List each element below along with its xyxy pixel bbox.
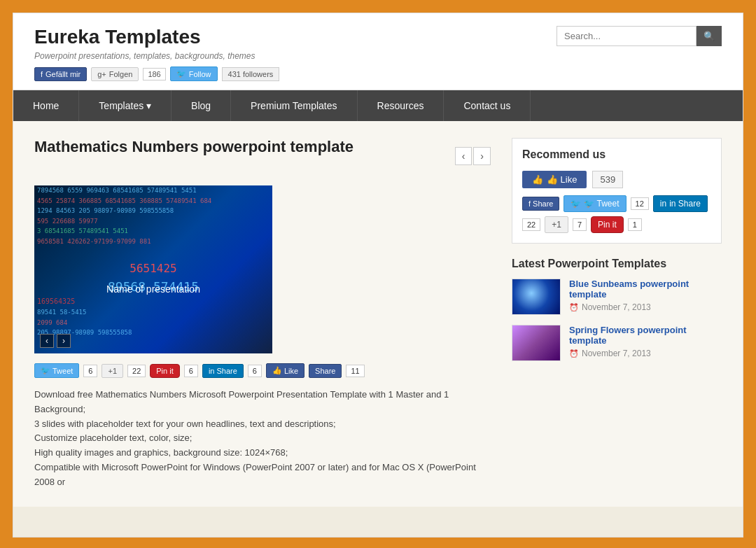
gplus-count: 186 xyxy=(143,68,165,80)
desc-line3: Customize placeholder text, color, size; xyxy=(34,431,491,446)
recommend-box: Recommend us 👍 👍 Like 539 f Share 🐦 xyxy=(512,138,722,244)
slide-prev-button[interactable]: ‹ xyxy=(40,334,54,348)
social-bar: f Gefällt mir g+ Folgen 186 🐦 Follow 431… xyxy=(34,66,279,81)
sidebar-fb-share-button[interactable]: f Share xyxy=(522,197,559,211)
fb-like-share-button[interactable]: 👍 Like xyxy=(266,363,304,378)
next-page-button[interactable]: › xyxy=(473,147,491,165)
sidebar-linkedin-icon: in xyxy=(660,199,666,209)
latest-title: Latest Powerpoint Templates xyxy=(512,258,722,270)
sidebar-gplus-button[interactable]: +1 xyxy=(545,216,568,233)
pinterest-button[interactable]: Pin it xyxy=(150,364,179,378)
search-area: 🔍 xyxy=(556,26,722,46)
slide-image: 7894568 6559 969463 68541685 57489541 54… xyxy=(34,185,272,353)
clock-icon-1: ⏰ xyxy=(569,303,579,312)
number-line-2: 4565 25874 366885 68541685 368885 574895… xyxy=(34,196,272,206)
twitter-icon: 🐦 xyxy=(41,366,50,375)
desc-line5: Compatible with Microsoft PowerPoint for… xyxy=(34,461,491,490)
slideshow: 7894568 6559 969463 68541685 57489541 54… xyxy=(34,185,272,353)
gplus-follow-button[interactable]: g+ Folgen xyxy=(91,67,139,81)
sidebar-gplus-count: 7 xyxy=(573,218,587,231)
linkedin-icon: in xyxy=(209,367,215,375)
number-line-11: 2099 684 xyxy=(34,318,272,328)
header: Eureka Templates Powerpoint presentation… xyxy=(13,13,743,90)
desc-line2: 3 slides with placeholder text for your … xyxy=(34,417,491,432)
latest-item-1: Blue Sunbeams powerpoint template ⏰ Nove… xyxy=(512,279,722,315)
search-input[interactable] xyxy=(556,26,696,46)
sidebar: Recommend us 👍 👍 Like 539 f Share 🐦 xyxy=(512,138,722,490)
fb-like-button[interactable]: f Gefällt mir xyxy=(34,67,87,81)
linkedin-share-button[interactable]: in Share xyxy=(202,364,244,378)
thumb-up-icon: 👍 xyxy=(532,174,543,185)
sidebar-fb-count: 539 xyxy=(592,171,623,188)
latest-section: Latest Powerpoint Templates Blue Sunbeam… xyxy=(512,258,722,361)
latest-info-1: Blue Sunbeams powerpoint template ⏰ Nove… xyxy=(569,279,722,312)
search-button[interactable]: 🔍 xyxy=(696,26,722,46)
latest-title-2[interactable]: Spring Flowers powerpoint template xyxy=(569,325,722,346)
spring-flowers-thumbnail xyxy=(512,325,560,360)
number-line-6: 9658581 426262-97199-97099 881 xyxy=(34,237,272,247)
number-line-4: 595 226688 59977 xyxy=(34,216,272,227)
gplus-share-count: 22 xyxy=(127,365,146,377)
fb-share-icon: f xyxy=(528,199,531,208)
desc-line1: Download free Mathematics Numbers Micros… xyxy=(34,388,491,417)
recommend-fb-row: 👍 👍 Like 539 xyxy=(522,171,711,188)
sidebar-tweet-count: 12 xyxy=(631,197,649,210)
latest-thumb-1 xyxy=(512,279,561,315)
number-line-3: 1294 84563 205 98897-98989 598555858 xyxy=(34,206,272,216)
nav-contact[interactable]: Contact us xyxy=(444,90,531,121)
main-content: Mathematics Numbers powerpoint template … xyxy=(34,138,491,490)
share-row: 🐦 Tweet 6 +1 22 Pin it 6 in Share 6 xyxy=(34,363,491,378)
number-line-7: 5651425 xyxy=(34,247,272,277)
linkedin-count: 6 xyxy=(248,365,262,377)
gplus-share-button[interactable]: +1 xyxy=(102,364,123,378)
numbers-overlay: 7894568 6559 969463 68541685 57489541 54… xyxy=(34,185,272,353)
number-line-10: 89541 58-5415 xyxy=(34,307,272,318)
fb-like-icon: 👍 xyxy=(272,366,282,375)
latest-info-2: Spring Flowers powerpoint template ⏰ Nov… xyxy=(569,325,722,358)
twitter-follow-button[interactable]: 🐦 Follow xyxy=(170,66,218,81)
sidebar-linkedin-button[interactable]: in in Share xyxy=(653,195,708,212)
number-line-1: 7894568 6559 969463 68541685 57489541 54… xyxy=(34,185,272,196)
latest-title-1[interactable]: Blue Sunbeams powerpoint template xyxy=(569,279,722,300)
number-line-5: 3 68541685 57489541 5451 xyxy=(34,226,272,237)
content-wrapper: Mathematics Numbers powerpoint template … xyxy=(13,121,743,507)
tweet-button[interactable]: 🐦 Tweet xyxy=(34,363,79,378)
slide-controls: ‹ › xyxy=(40,334,71,348)
twitter-follower-count: 431 followers xyxy=(222,67,280,81)
site-subtitle: Powerpoint presentations, templates, bac… xyxy=(34,51,279,61)
site-title: Eureka Templates xyxy=(34,26,279,48)
blue-sunbeams-thumbnail xyxy=(512,279,560,314)
latest-date-2: ⏰ November 7, 2013 xyxy=(569,349,722,358)
nav-resources[interactable]: Resources xyxy=(358,90,444,121)
fb-icon: f xyxy=(41,70,43,78)
recommend-title: Recommend us xyxy=(522,148,711,161)
latest-thumb-2 xyxy=(512,325,561,361)
sidebar-linkedin-count: 22 xyxy=(522,218,540,231)
tweet-count: 6 xyxy=(83,365,97,377)
sidebar-twitter-icon: 🐦 xyxy=(570,199,581,209)
nav-home[interactable]: Home xyxy=(13,90,79,121)
number-line-9: 169564325 xyxy=(34,296,272,307)
sidebar-fb-like-button[interactable]: 👍 👍 Like xyxy=(522,171,587,188)
social-counts-row: f Share 🐦 🐦 Tweet 12 in in Share 22 + xyxy=(522,195,711,233)
clock-icon-2: ⏰ xyxy=(569,349,579,358)
desc-line4: High quality images and graphics, backgr… xyxy=(34,446,491,461)
nav-templates[interactable]: Templates ▾ xyxy=(79,90,172,121)
nav-bar: Home Templates ▾ Blog Premium Templates … xyxy=(13,90,743,121)
latest-date-1: ⏰ November 7, 2013 xyxy=(569,302,722,312)
slide-center-text: Name of presentation xyxy=(106,283,200,295)
nav-arrows: ‹ › xyxy=(455,147,491,165)
fb-share-button[interactable]: Share xyxy=(309,364,342,378)
page-title-row: Mathematics Numbers powerpoint template … xyxy=(34,138,491,174)
sidebar-pinterest-button[interactable]: Pin it xyxy=(591,216,624,233)
description: Download free Mathematics Numbers Micros… xyxy=(34,388,491,490)
latest-item-2: Spring Flowers powerpoint template ⏰ Nov… xyxy=(512,325,722,361)
nav-blog[interactable]: Blog xyxy=(172,90,231,121)
fb-share-count: 11 xyxy=(346,365,364,377)
sidebar-tweet-button[interactable]: 🐦 🐦 Tweet xyxy=(564,195,626,212)
slide-next-button[interactable]: › xyxy=(57,334,71,348)
sidebar-pin-count: 1 xyxy=(628,218,642,231)
branding: Eureka Templates Powerpoint presentation… xyxy=(34,26,279,81)
nav-premium[interactable]: Premium Templates xyxy=(231,90,357,121)
prev-page-button[interactable]: ‹ xyxy=(455,147,472,165)
